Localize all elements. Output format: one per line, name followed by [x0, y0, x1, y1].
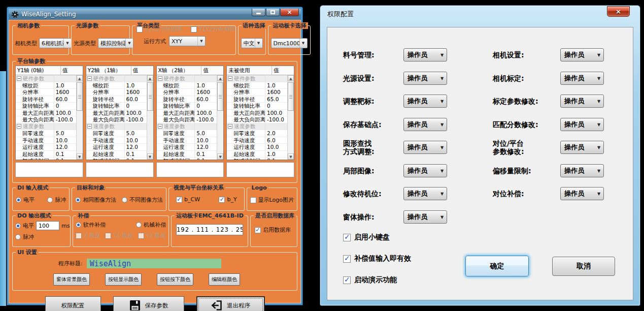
software-comp-radio[interactable]: 软件补偿: [76, 221, 106, 229]
param-value[interactable]: -100.0: [124, 116, 147, 123]
ms-value-input[interactable]: [36, 221, 59, 230]
permission-select[interactable]: 操作员▼: [403, 72, 447, 85]
grid-row[interactable]: 螺纹距1.0: [227, 82, 287, 89]
board-ip-input[interactable]: [176, 224, 243, 235]
mechanical-comp-radio[interactable]: 机械补偿: [136, 221, 166, 229]
param-value[interactable]: 0: [194, 103, 217, 109]
same-image-method-radio[interactable]: 相同图像方法: [75, 196, 116, 204]
collapse-minus-icon[interactable]: [228, 124, 232, 129]
param-value[interactable]: 1600: [124, 89, 147, 96]
camera-type-select[interactable]: 6相机抓边 ▼: [39, 38, 72, 48]
grid-row[interactable]: 旋转轴比率0: [86, 103, 147, 110]
grid-row[interactable]: 最大正向距离100.0: [86, 110, 147, 117]
b-y-checkbox[interactable]: ✓ b_Y: [219, 196, 236, 203]
permission-select[interactable]: 操作员▼: [403, 187, 447, 200]
param-value[interactable]: 5.0: [54, 130, 76, 137]
param-value[interactable]: 1600: [265, 89, 287, 96]
param-value[interactable]: 0.1: [194, 151, 217, 158]
grid-row[interactable]: 最大负向距离-100.0: [227, 116, 287, 123]
param-value[interactable]: 0: [54, 103, 76, 109]
param-value[interactable]: [54, 75, 76, 82]
y1y2-same-direction-checkbox[interactable]: ✓ Y1Y2方向相同: [191, 25, 235, 33]
grid-row[interactable]: 回零速度5.0: [16, 130, 76, 137]
param-value[interactable]: 12.0: [54, 144, 76, 150]
param-value[interactable]: 1.0: [265, 82, 287, 89]
permission-config-button[interactable]: 权限配置: [45, 296, 101, 311]
param-value[interactable]: 0.1: [54, 151, 76, 158]
permission-select[interactable]: 操作员▼: [403, 164, 447, 177]
param-value[interactable]: -100.0: [194, 116, 217, 123]
grid-row[interactable]: 最大正向距离100.0: [16, 110, 76, 117]
grid-row[interactable]: 最大正向距离100.0: [227, 110, 287, 117]
scroll-down-icon[interactable]: ▼: [288, 153, 294, 160]
permission-select[interactable]: 操作员▼: [403, 48, 447, 61]
param-value[interactable]: 0.1: [265, 158, 287, 160]
grid-category-row[interactable]: 速度参数: [227, 123, 287, 131]
grid-row[interactable]: 手动速度10.0: [157, 137, 217, 144]
grid-category-row[interactable]: 硬件参数: [86, 75, 147, 82]
permission-select[interactable]: 操作员▼: [403, 141, 447, 154]
param-value[interactable]: 1.0: [54, 82, 76, 89]
grid-row[interactable]: 加减速时间0.1: [86, 158, 147, 160]
param-value[interactable]: 100.0: [54, 110, 76, 116]
param-value[interactable]: 12.0: [194, 144, 217, 150]
grid-row[interactable]: 回零速度5.0: [86, 130, 147, 137]
param-value[interactable]: 10.0: [124, 137, 147, 144]
maximize-button[interactable]: [266, 9, 280, 16]
scroll-up-icon[interactable]: ▲: [147, 75, 153, 81]
form-bg-color-button[interactable]: 窗体背景颜色: [53, 273, 90, 286]
param-value[interactable]: [194, 123, 217, 130]
grid-row[interactable]: 起始速度0.1: [16, 151, 76, 158]
close-button[interactable]: ×: [280, 9, 299, 16]
grid-row[interactable]: 起始速度1.0: [227, 151, 287, 158]
grid-row[interactable]: 手动速度10.0: [86, 137, 147, 144]
grid-row[interactable]: 旋转轴比率0: [16, 103, 76, 110]
scroll-down-icon[interactable]: ▼: [147, 153, 153, 160]
grid-row[interactable]: 加减速时间0.1: [157, 158, 217, 160]
di-level-radio[interactable]: 电平: [16, 196, 35, 204]
grid-row[interactable]: 运行速度12.0: [157, 144, 217, 151]
grid-row[interactable]: 分辨率1600: [157, 89, 217, 96]
scrollbar[interactable]: ▲▼: [76, 75, 83, 160]
language-select[interactable]: 中文 ▼: [241, 38, 263, 48]
grid-category-row[interactable]: 速度参数: [86, 123, 147, 131]
param-value[interactable]: 1600: [54, 89, 76, 96]
grid-row[interactable]: 最大正向距离100.0: [157, 110, 217, 117]
param-value[interactable]: 1.0: [124, 82, 147, 89]
param-value[interactable]: [54, 123, 76, 130]
scrollbar[interactable]: ▲▼: [147, 75, 153, 160]
cancel-button[interactable]: 取消: [552, 257, 615, 276]
grid-row[interactable]: 旋转半径65.0: [227, 96, 287, 103]
grid-row[interactable]: 起始速度0.1: [157, 151, 217, 158]
grid-row[interactable]: 分辨率1600: [16, 89, 76, 96]
param-value[interactable]: 100.0: [124, 110, 147, 116]
scrollbar[interactable]: ▲▼: [287, 75, 294, 160]
param-value[interactable]: 10.0: [194, 137, 217, 144]
grid-category-row[interactable]: 硬件参数: [157, 75, 217, 82]
param-value[interactable]: 60.0: [54, 96, 76, 103]
y2-invert-checkbox[interactable]: ✓ Y2 取反: [138, 232, 166, 239]
diff-image-method-radio[interactable]: 不同图像方法: [122, 196, 163, 204]
x-invert-checkbox[interactable]: ✓ X 取反: [76, 232, 100, 239]
param-value[interactable]: 5.0: [124, 130, 147, 137]
param-value[interactable]: 2.0: [265, 130, 287, 137]
permission-select[interactable]: 操作员▼: [560, 164, 604, 177]
permission-select[interactable]: 操作员▼: [560, 72, 604, 85]
enable-keypad-checkbox[interactable]: ✓启用小键盘: [343, 232, 390, 243]
param-value[interactable]: [124, 75, 147, 82]
collapse-minus-icon[interactable]: [17, 76, 21, 81]
enable-demo-checkbox[interactable]: ✓启动演示功能: [343, 274, 397, 286]
b-cw-checkbox[interactable]: ✓ b_CW: [176, 196, 200, 203]
save-params-button[interactable]: 保存参数: [113, 296, 184, 311]
grid-category-row[interactable]: 速度参数: [16, 123, 76, 131]
scroll-down-icon[interactable]: ▼: [77, 153, 83, 160]
param-value[interactable]: 65.0: [265, 96, 287, 103]
grid-row[interactable]: 旋转半径60.0: [86, 96, 147, 103]
param-value[interactable]: 6.0: [265, 137, 287, 144]
grid-row[interactable]: 手动速度10.0: [16, 137, 76, 144]
param-value[interactable]: [265, 75, 287, 82]
grid-row[interactable]: 加减速时间0.1: [227, 158, 287, 160]
program-title-input[interactable]: [87, 259, 221, 268]
param-value[interactable]: 0: [265, 103, 287, 109]
permission-select[interactable]: 操作员▼: [560, 118, 604, 131]
